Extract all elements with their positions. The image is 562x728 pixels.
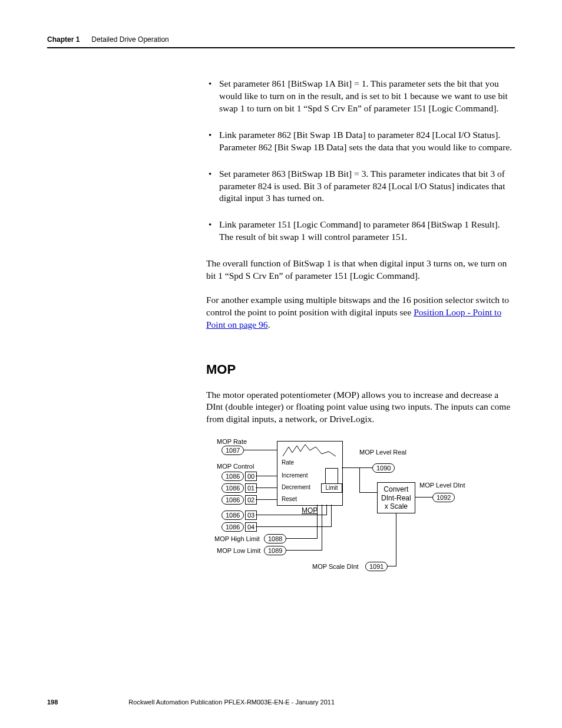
paragraph: The overall function of BitSwap 1 is tha… — [206, 258, 515, 282]
bit-box: 04 — [245, 522, 257, 532]
bit-box: 02 — [245, 495, 257, 505]
chapter-label: Chapter 1 — [47, 35, 80, 44]
param-bubble: 1091 — [365, 562, 388, 571]
bullet-item: Link parameter 862 [Bit Swap 1B Data] to… — [206, 129, 515, 154]
header-rule — [47, 47, 515, 48]
connector-line — [256, 526, 331, 527]
bit-box: 03 — [245, 510, 257, 520]
section-heading: MOP — [206, 361, 515, 378]
publication-info: Rockwell Automation Publication PFLEX-RM… — [128, 699, 335, 706]
connector-line — [256, 515, 326, 515]
connector-line — [359, 492, 377, 493]
small-label-rate: Rate — [282, 459, 294, 467]
diagram-label-level-real: MOP Level Real — [359, 448, 406, 457]
rate-curve-icon — [280, 441, 339, 459]
connector-line — [286, 538, 317, 539]
convert-box: Convert DInt-Real x Scale — [377, 482, 415, 513]
connector-line — [286, 550, 322, 551]
param-bubble: 1086 — [222, 522, 244, 532]
connector-line — [331, 505, 332, 527]
param-bubble: 1090 — [372, 463, 395, 473]
diagram-label-mop-rate: MOP Rate — [217, 437, 247, 446]
diagram-label-mop-control: MOP Control — [217, 462, 254, 471]
param-bubble: 1092 — [432, 493, 455, 502]
page-header: Chapter 1 Detailed Drive Operation — [47, 35, 515, 44]
page-footer: 198 Rockwell Automation Publication PFLE… — [47, 699, 515, 706]
connector-line — [244, 450, 277, 450]
param-bubble: 1086 — [222, 472, 244, 481]
diagram-label-high-limit: MOP High Limit — [214, 535, 260, 543]
connector-line — [359, 467, 360, 492]
connector-line — [256, 487, 277, 488]
paragraph: For another example using multiple bitsw… — [206, 294, 515, 331]
param-bubble: 1088 — [264, 534, 286, 543]
param-bubble: 1089 — [264, 546, 286, 555]
connector-line — [326, 505, 327, 515]
convert-line: x Scale — [381, 502, 411, 510]
connector-line — [415, 497, 432, 498]
param-bubble: 1086 — [222, 510, 244, 520]
bullet-item: Set parameter 863 [BitSwap 1B Bit] = 3. … — [206, 168, 515, 205]
connector-line — [396, 513, 396, 566]
connector-line — [388, 566, 396, 566]
param-bubble: 1086 — [222, 495, 244, 505]
small-label-increment: Increment — [282, 472, 308, 480]
param-bubble: 1087 — [222, 446, 244, 455]
diagram-label-low-limit: MOP Low Limit — [217, 546, 260, 555]
mop-underline-label: MOP — [302, 506, 318, 515]
small-label-reset: Reset — [282, 495, 297, 503]
page-number: 198 — [47, 699, 58, 706]
param-bubble: 1086 — [222, 483, 244, 493]
limit-box: Limit — [321, 483, 342, 493]
diagram-label-scale-dint: MOP Scale DInt — [312, 562, 359, 571]
connector-line — [342, 467, 372, 468]
connector-line — [317, 505, 318, 539]
paragraph-text: . — [268, 319, 270, 330]
convert-line: Convert — [381, 485, 411, 493]
content-area: Set parameter 861 [BitSwap 1A Bit] = 1. … — [206, 78, 515, 602]
convert-line: DInt-Real — [381, 494, 411, 502]
connector-line — [256, 476, 277, 476]
bullet-item: Link parameter 151 [Logic Command] to pa… — [206, 219, 515, 243]
mop-diagram: MOP Rate 1087 MOP Control 1086 00 1086 0… — [206, 437, 515, 602]
bit-box: 01 — [245, 483, 257, 493]
bullet-list: Set parameter 861 [BitSwap 1A Bit] = 1. … — [206, 78, 515, 243]
connector-line — [256, 499, 277, 500]
diagram-label-level-dint: MOP Level DInt — [419, 481, 465, 490]
paragraph: The motor operated potentiometer (MOP) a… — [206, 389, 515, 426]
bullet-item: Set parameter 861 [BitSwap 1A Bit] = 1. … — [206, 78, 515, 115]
small-label-decrement: Decrement — [282, 483, 310, 492]
connector-line — [322, 505, 322, 551]
bit-box: 00 — [245, 472, 257, 481]
chapter-title: Detailed Drive Operation — [91, 35, 168, 44]
